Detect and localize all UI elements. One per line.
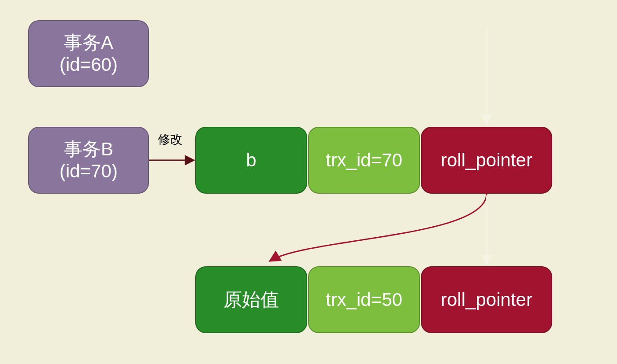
- transaction-a-id: (id=60): [59, 54, 118, 76]
- row1-roll-box: roll_pointer: [421, 127, 552, 194]
- transaction-a-title: 事务A: [64, 32, 113, 54]
- transaction-b-id: (id=70): [59, 160, 118, 182]
- row2-roll: roll_pointer: [441, 289, 532, 311]
- transaction-b-box: 事务B (id=70): [28, 127, 149, 194]
- edge-label-modify: 修改: [158, 131, 182, 148]
- row2-trx: trx_id=50: [326, 289, 402, 311]
- row2-trx-box: trx_id=50: [308, 266, 420, 333]
- row1-value-box: b: [195, 127, 307, 194]
- arrow-roll-to-row2: [271, 194, 487, 261]
- row1-trx: trx_id=70: [326, 149, 402, 171]
- row1-trx-box: trx_id=70: [308, 127, 420, 194]
- transaction-a-box: 事务A (id=60): [28, 20, 149, 87]
- row2-value-box: 原始值: [195, 266, 307, 333]
- row2-roll-box: roll_pointer: [421, 266, 552, 333]
- row1-value: b: [246, 149, 256, 171]
- row2-value: 原始值: [223, 289, 279, 311]
- row1-roll: roll_pointer: [441, 149, 532, 171]
- transaction-b-title: 事务B: [64, 138, 113, 160]
